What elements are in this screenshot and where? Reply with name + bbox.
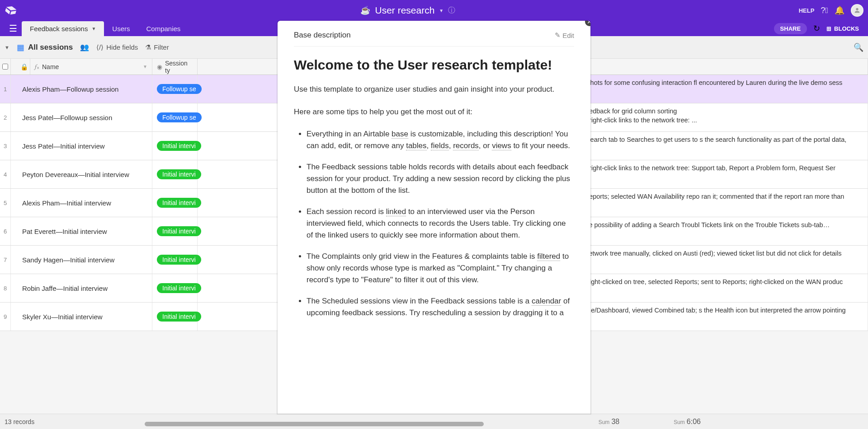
filter-button[interactable]: ⚗ Filter [145,43,169,51]
collaborators-icon[interactable]: 👥 [80,43,89,51]
tab-label: Users [112,25,130,33]
cell-session-type[interactable]: Initial intervi [152,246,198,274]
tab-feedback-sessions[interactable]: Feedback sessions ▼ [22,21,104,36]
expand-caret[interactable]: ▼ [5,45,9,50]
formula-icon: 𝑓ₓ [35,63,39,70]
tip-item: Each session record is linked to an inte… [307,206,574,242]
cell-name[interactable]: Alexis Pham—Followup session [18,75,152,103]
info-icon[interactable]: ⓘ [448,6,455,15]
cell-session-type[interactable]: Initial intervi [152,160,198,188]
cell-notes[interactable]: – Add more right-click links to the netw… [549,160,868,188]
user-avatar[interactable] [851,4,863,17]
cell-session-type[interactable]: Initial intervi [152,217,198,245]
modal-title: Base description [294,31,351,40]
row-number: 2 [0,103,11,131]
row-number: 8 [0,274,11,302]
cell-session-type[interactable]: Initial intervi [152,189,198,217]
cell-session-type[interactable]: Initial intervi [152,274,198,302]
row-color-bar [11,274,18,302]
cell-notes[interactable]: User flow: Right-clicked on tree, select… [549,274,868,302]
row-color-bar [11,75,18,103]
modal-tips-list: Everything in an Airtable base is custom… [294,128,574,319]
tab-users[interactable]: Users [104,21,138,36]
close-icon[interactable]: ✕ [585,21,590,26]
column-label: Name [42,63,59,70]
modal-tips-intro: Here are some tips to help you get the m… [294,106,574,118]
base-name[interactable]: User research [375,5,434,16]
history-icon[interactable]: ↻ [813,23,820,33]
cell-notes[interactable]: See screenshots for some confusing inter… [549,75,868,103]
lock-column: 🔒 [18,59,30,75]
cell-notes[interactable]: Clicked Home/Dashboard, viewed Combined … [549,303,868,331]
cell-name[interactable]: Skyler Xu—Initial interview [18,303,152,331]
tab-label: Companies [146,25,180,33]
row-color-bar [11,189,18,217]
row-number: 6 [0,217,11,245]
session-type-column-header[interactable]: ◉ Session ty [152,59,198,75]
row-color-bar [11,303,18,331]
notes-column-header[interactable]: ≡ Notes [549,59,868,75]
blocks-label: BLOCKS [834,25,859,32]
view-selector[interactable]: ▦ All sessions [17,42,73,52]
column-menu-caret[interactable]: ▼ [143,64,147,69]
tip-item: The Scheduled sessions view in the Feedb… [307,295,574,319]
modal-intro: Use this template to organize user studi… [294,84,574,95]
row-number: 7 [0,246,11,274]
row-number: 5 [0,189,11,217]
name-column-header[interactable]: 𝑓ₓ Name ▼ [30,59,152,75]
menu-icon[interactable]: ☰ [5,23,22,34]
cell-name[interactable]: Alexis Pham—Initial interview [18,189,152,217]
cell-session-type[interactable]: Followup se [152,103,198,131]
grid-view-icon: ▦ [17,42,24,52]
cell-session-type[interactable]: Initial intervi [152,303,198,331]
cell-name[interactable]: Sandy Hagen—Initial interview [18,246,152,274]
notifications-icon[interactable]: 🔔 [835,5,844,15]
select-all-checkbox[interactable] [2,64,8,70]
cell-notes[interactable]: Expanded network tree manually, clicked … [549,246,868,274]
color-column [11,59,18,75]
cell-notes[interactable]: – Rename Search tab to Searches to get u… [549,132,868,160]
search-icon[interactable]: 🔍 [854,43,863,52]
cell-notes[interactable]: – Fix icon/feedback for grid column sort… [549,103,868,131]
base-dropdown-caret[interactable]: ▼ [439,8,443,13]
cell-name[interactable]: Jess Patel—Followup session [18,103,152,131]
modal-heading: Welcome to the User research template! [294,57,574,73]
base-description-modal: ✕ Base description ✎Edit Welcome to the … [278,21,590,331]
edit-button[interactable]: ✎Edit [555,31,574,39]
checkbox-column[interactable] [0,59,11,75]
cell-session-type[interactable]: Followup se [152,75,198,103]
blocks-button[interactable]: ⊞BLOCKS [826,25,859,32]
row-color-bar [11,132,18,160]
cell-notes[interactable]: Clicked to Reports; selected WAN Availab… [549,189,868,217]
share-button[interactable]: SHARE [774,23,807,34]
hide-fields-label: Hide fields [106,43,138,51]
cell-name[interactable]: Peyton Devereaux—Initial interview [18,160,152,188]
help-icon[interactable]: ?⃝ [821,6,828,15]
row-number: 1 [0,75,11,103]
tab-companies[interactable]: Companies [138,21,189,36]
logo-icon [3,3,19,18]
tip-item: Everything in an Airtable base is custom… [307,128,574,152]
row-color-bar [11,103,18,131]
filter-label: Filter [154,43,169,51]
cell-notes[interactable]: – Explore the possibility of adding a Se… [549,217,868,245]
tab-label: Feedback sessions [30,25,88,33]
help-link[interactable]: HELP [799,7,815,14]
blocks-icon: ⊞ [826,25,831,32]
row-color-bar [11,217,18,245]
cell-name[interactable]: Robin Jaffe—Initial interview [18,274,152,302]
cell-name[interactable]: Pat Everett—Initial interview [18,217,152,245]
hide-fields-button[interactable]: ⟨/⟩ Hide fields [96,43,138,51]
tag-icon: ◉ [157,63,162,70]
row-number: 9 [0,303,11,331]
hide-fields-icon: ⟨/⟩ [96,43,104,51]
pencil-icon: ✎ [555,31,561,39]
row-color-bar [11,246,18,274]
cell-session-type[interactable]: Initial intervi [152,132,198,160]
tab-dropdown-caret[interactable]: ▼ [91,26,96,31]
cell-name[interactable]: Jess Patel—Initial interview [18,132,152,160]
view-name: All sessions [28,43,73,52]
row-number: 4 [0,160,11,188]
column-label: Session ty [165,60,193,74]
tip-item: The Complaints only grid view in the Fea… [307,251,574,286]
